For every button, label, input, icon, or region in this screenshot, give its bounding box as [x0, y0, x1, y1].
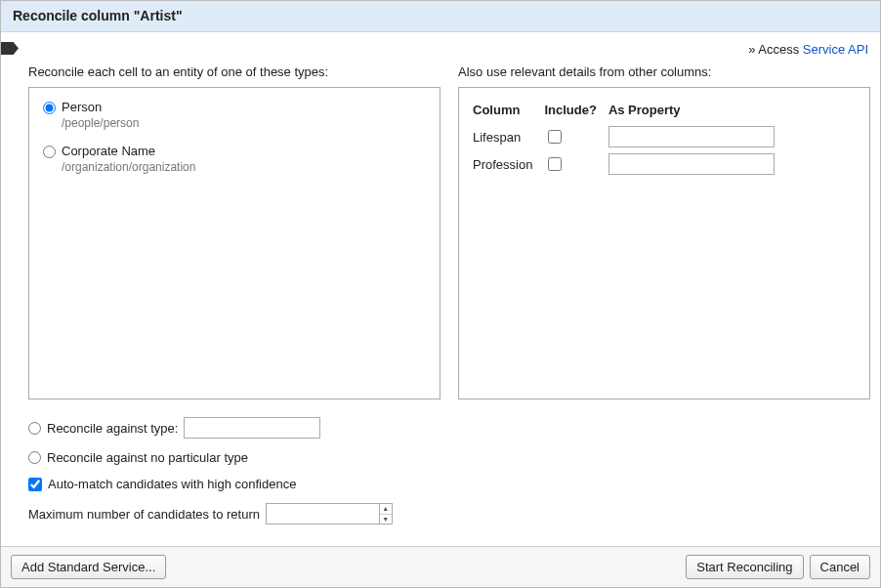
cancel-button[interactable]: Cancel	[810, 555, 870, 579]
auto-match-label: Auto-match candidates with high confiden…	[48, 477, 296, 491]
property-input-profession[interactable]	[608, 153, 775, 175]
service-api-link[interactable]: Service API	[803, 42, 868, 57]
detail-column-name: Profession	[473, 150, 544, 178]
type-path: /people/person	[62, 116, 139, 130]
details-panel: Column Include? As Property Lifespan Pro…	[458, 87, 870, 399]
dialog-footer: Add Standard Service... Start Reconcilin…	[1, 546, 880, 587]
detail-column-name: Lifespan	[473, 123, 544, 150]
type-radio-corporate[interactable]	[43, 146, 56, 158]
spinner-up-icon[interactable]: ▲	[380, 504, 392, 515]
type-option-corporate[interactable]: Corporate Name /organization/organizatio…	[43, 144, 426, 174]
reconcile-against-type-label: Reconcile against type:	[47, 421, 178, 436]
add-standard-service-button[interactable]: Add Standard Service...	[11, 555, 166, 579]
include-checkbox-profession[interactable]	[548, 157, 562, 171]
max-candidates-input[interactable]	[267, 504, 379, 524]
types-panel: Person /people/person Corporate Name /or…	[28, 87, 440, 399]
table-row: Lifespan	[473, 123, 786, 150]
reconcile-against-type-input[interactable]	[184, 417, 320, 439]
type-name: Corporate Name	[62, 144, 195, 158]
spinner-down-icon[interactable]: ▼	[380, 515, 392, 525]
tag-icon	[1, 42, 19, 55]
dialog-title: Reconcile column "Artist"	[1, 1, 880, 32]
col-header-include: Include?	[544, 100, 608, 123]
access-prefix: » Access	[748, 42, 803, 57]
col-header-column: Column	[473, 100, 544, 123]
left-section-label: Reconcile each cell to an entity of one …	[28, 64, 440, 79]
type-option-person[interactable]: Person /people/person	[43, 100, 426, 130]
start-reconciling-button[interactable]: Start Reconciling	[686, 555, 803, 579]
max-candidates-label: Maximum number of candidates to return	[28, 507, 260, 522]
max-candidates-spinner[interactable]: ▲ ▼	[266, 503, 393, 525]
reconcile-against-type-radio[interactable]	[28, 422, 41, 435]
topbar: » Access Service API	[11, 42, 868, 57]
reconcile-no-type-radio[interactable]	[28, 451, 41, 464]
property-input-lifespan[interactable]	[608, 126, 775, 147]
table-row: Profession	[473, 150, 786, 178]
type-name: Person	[62, 100, 139, 114]
type-radio-person[interactable]	[43, 102, 56, 114]
details-table: Column Include? As Property Lifespan Pro…	[473, 100, 786, 178]
col-header-as-property: As Property	[608, 100, 786, 123]
table-header-row: Column Include? As Property	[473, 100, 786, 123]
reconcile-no-type-label: Reconcile against no particular type	[47, 450, 248, 465]
include-checkbox-lifespan[interactable]	[548, 130, 562, 144]
auto-match-checkbox[interactable]	[28, 478, 42, 491]
right-section-label: Also use relevant details from other col…	[458, 64, 870, 79]
type-path: /organization/organization	[62, 160, 195, 174]
